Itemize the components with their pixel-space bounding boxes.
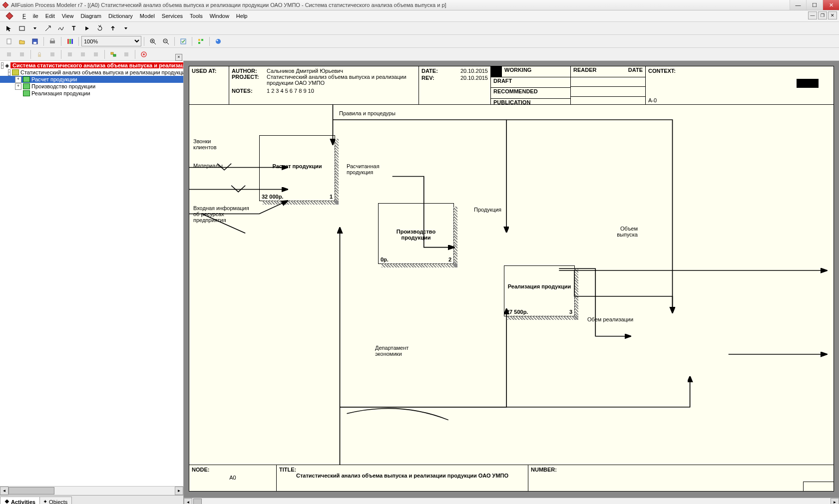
play-tool[interactable] [81,22,93,34]
dropdown2-icon[interactable] [120,22,132,34]
activity-box-1[interactable]: Расчет продукции 32 000р. 1 [259,135,335,201]
diagram-canvas[interactable]: USED AT: AUTHOR:Сальников Дмитрий Юрьеви… [189,66,834,492]
open-button[interactable] [16,35,28,47]
tree-root[interactable]: Система статистического анализа объема в… [10,62,183,68]
tree-hscrollbar[interactable]: ◄ ► [0,486,183,495]
menu-file[interactable]: File [19,12,42,20]
zoom-select[interactable]: 100% [81,36,141,46]
arrow-label[interactable]: Продукция [474,207,501,213]
expand-icon[interactable]: + [15,76,21,83]
scroll-left-button[interactable]: ◄ [0,487,8,495]
tree-node[interactable]: Производство продукции [31,83,95,89]
squiggle-tool[interactable] [55,22,67,34]
scroll-right-button[interactable]: ► [831,498,839,504]
app-menu-icon [2,11,17,21]
scroll-thumb[interactable] [193,499,202,504]
maximize-button[interactable]: ☐ [806,0,823,10]
expand-icon[interactable]: - [8,69,10,76]
svg-rect-7 [67,39,69,44]
arrow-label[interactable]: Расчитанная продукция [347,163,387,175]
arrow-label[interactable]: Правила и процедуры [339,110,396,116]
tree-node-selected[interactable]: + Расчет продукции [0,76,183,83]
mdi-close-button[interactable]: ✕ [828,11,837,19]
menu-edit[interactable]: Edit [42,12,58,20]
svg-rect-4 [33,42,36,44]
svc-btn-2[interactable] [16,48,28,60]
svg-rect-8 [69,39,71,44]
svg-rect-9 [71,39,73,44]
diagram-area[interactable]: Расчет продукции 32 000р. 1 Производство… [189,104,834,465]
redo-tool[interactable] [94,22,106,34]
scroll-right-button[interactable]: ► [175,487,183,495]
canvas-hscrollbar[interactable]: ◄ ► [184,498,839,504]
arrow-label[interactable]: Входная информация об ресурсах предприят… [193,205,253,223]
new-button[interactable] [3,35,15,47]
model-button[interactable] [212,35,224,47]
svg-rect-32 [124,52,128,56]
mdi-minimize-button[interactable]: — [808,11,817,19]
arrow-label[interactable]: Обем реализации [587,316,633,322]
dropdown-icon[interactable] [29,22,41,34]
activity-tool[interactable] [16,22,28,34]
pointer-tool[interactable] [3,22,15,34]
check-button[interactable] [177,35,189,47]
svg-rect-25 [38,54,41,57]
svc-btn-9[interactable] [120,48,132,60]
save-button[interactable] [29,35,41,47]
svc-btn-4[interactable] [46,48,58,60]
expand-icon[interactable]: + [15,83,21,90]
svc-btn-8[interactable] [107,48,119,60]
activity-box-2[interactable]: Производство продукции 0р. 2 [378,203,454,264]
arrow-label[interactable]: Департамент экономики [375,345,415,357]
mdi-restore-button[interactable]: ❐ [818,11,827,19]
tab-objects[interactable]: ✦Objects [38,497,72,504]
menu-tools[interactable]: Tools [186,12,206,20]
menu-view[interactable]: View [58,12,77,20]
lock-button[interactable] [33,48,45,60]
scroll-thumb[interactable] [8,487,54,495]
tree-node[interactable]: Статистический анализ объема выпуска и р… [20,69,183,75]
toolbar-services [0,48,839,61]
menu-model[interactable]: Model [136,12,158,20]
arrow-label[interactable]: Материалы [193,163,223,169]
arrow-label[interactable]: Объем выпуска [613,226,638,238]
up-tool[interactable] [107,22,119,34]
scroll-left-button[interactable]: ◄ [184,498,192,504]
text-tool[interactable]: T [68,22,80,34]
model-tree[interactable]: - ◈ Система статистического анализа объе… [0,61,183,486]
svg-rect-31 [113,54,116,56]
svg-rect-30 [111,52,113,54]
expand-icon[interactable]: - [1,62,3,69]
arrow-label[interactable]: Звонки клиентов [193,138,223,150]
print-button[interactable] [46,35,58,47]
svc-btn-10[interactable] [138,48,150,60]
svg-point-21 [216,39,221,44]
menu-services[interactable]: Services [158,12,186,20]
menu-help[interactable]: Help [233,12,251,20]
arrow-tool[interactable] [42,22,54,34]
tab-activities[interactable]: ❖Activities [0,497,40,504]
menu-diagram[interactable]: Diagram [77,12,105,20]
menu-window[interactable]: Window [206,12,233,20]
diagram-viewport: USED AT: AUTHOR:Сальников Дмитрий Юрьеви… [184,61,839,504]
svg-line-15 [167,42,169,44]
svg-rect-0 [19,26,24,30]
activity-box-3[interactable]: Реализация продукции 27 500р. 3 [504,265,575,316]
minimize-button[interactable]: — [790,0,806,10]
close-button[interactable]: ✕ [823,0,839,10]
svc-btn-1[interactable] [3,48,15,60]
tree-toggle-button[interactable] [195,35,207,47]
report-button[interactable] [64,35,76,47]
panel-close-button[interactable]: × [175,54,182,61]
zoom-out-button[interactable] [160,35,172,47]
svc-btn-7[interactable] [90,48,102,60]
svc-btn-6[interactable] [77,48,89,60]
title-bar: AllFusion Process Modeler r7 - [(A0) Ста… [0,0,839,10]
working-marker [491,66,502,77]
activity-icon [23,83,30,89]
menu-dictionary[interactable]: Dictionary [105,12,136,20]
tree-node[interactable]: Реализация продукции [31,90,90,96]
model-icon: ◈ [5,62,9,69]
zoom-in-button[interactable] [147,35,159,47]
svc-btn-5[interactable] [64,48,76,60]
